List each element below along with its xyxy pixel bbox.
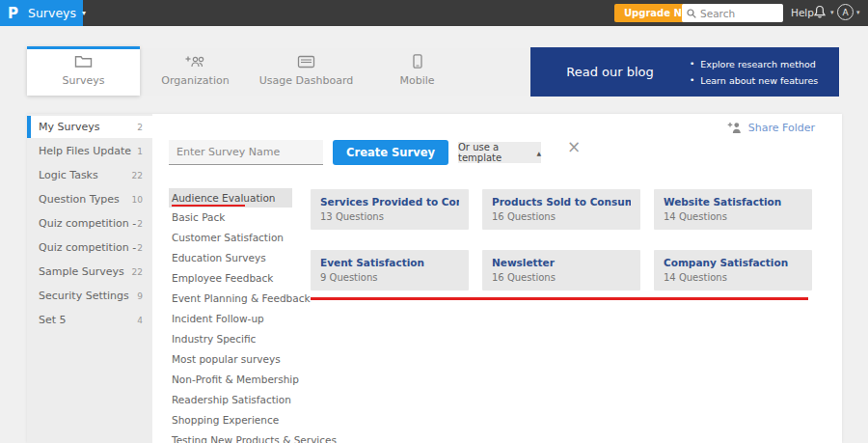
bullet-icon: • [690,72,694,89]
sidebar-item-security-settings[interactable]: Security Settings 9 [27,285,152,307]
search-icon [687,9,696,18]
template-category[interactable]: Basic Pack [169,208,292,228]
template-category[interactable]: Employee Feedback [169,268,292,289]
survey-name-input[interactable] [169,140,323,165]
template-dropdown[interactable]: Or use a template ▲ [458,142,541,163]
bullet-icon: • [690,56,694,72]
template-category[interactable]: Readership Satisfaction [169,390,292,410]
template-card-grid: Services Provided to Consumers 13 Questi… [311,189,813,291]
notifications-bell-icon[interactable] [813,5,827,23]
search-box[interactable] [682,4,783,22]
sidebar-item-quiz-competition-1[interactable]: Quiz competition - … 2 [27,212,152,235]
template-category-selected[interactable]: Audience Evaluation [169,188,292,208]
template-dropdown-label: Or use a template [458,142,529,163]
template-category[interactable]: Non-Profit & Membership [169,370,292,390]
tab-surveys[interactable]: Surveys [27,46,140,96]
template-card[interactable]: Website Satisfaction 14 Questions [654,189,812,230]
sidebar-item-quiz-competition-2[interactable]: Quiz competition - … 2 [27,236,152,259]
account-chevron-icon[interactable]: ▾ [856,9,860,16]
banner-bullet-list: • Explore research method • Learn about … [690,56,818,89]
help-link[interactable]: Help [791,7,814,18]
annotation-line [311,297,808,300]
product-switcher[interactable]: P Surveys ▾ [0,0,83,26]
sidebar-item-logic-tasks[interactable]: Logic Tasks 22 [27,164,152,186]
folder-count-badge: 22 [132,171,143,180]
folder-count-badge: 2 [137,243,143,253]
folders-sidebar: My Surveys 2 Help Files Update 1 Logic T… [27,114,152,443]
tab-mobile[interactable]: Mobile [362,48,473,96]
dashboard-icon [297,55,315,69]
close-icon[interactable]: × [567,139,581,155]
brand-logo[interactable]: P [8,5,18,22]
template-card[interactable]: Products Sold to Consumers 16 Questions [482,189,640,230]
template-category[interactable]: Most popular surveys [169,349,292,370]
banner-bullet: • Explore research method [690,56,818,72]
add-people-icon [185,55,206,69]
tab-label: Usage Dashboard [259,74,353,87]
add-person-icon [727,122,742,134]
folder-count-badge: 1 [137,147,143,156]
template-category[interactable]: Incident Follow-up [169,309,292,329]
template-category[interactable]: Shopping Experience [169,410,292,430]
tab-label: Mobile [399,74,434,87]
tab-label: Organization [161,74,229,87]
folder-count-badge: 2 [137,219,143,229]
content-panel: My Surveys 2 Help Files Update 1 Logic T… [27,114,842,443]
template-card[interactable]: Event Satisfaction 9 Questions [311,250,469,291]
product-switcher-label[interactable]: Surveys [28,6,76,20]
banner-title: Read our blog [530,65,690,79]
chevron-up-icon: ▲ [536,150,541,156]
notifications-chevron-icon[interactable]: ▾ [830,9,834,16]
template-card[interactable]: Newsletter 16 Questions [482,250,640,291]
tab-organization[interactable]: Organization [140,48,251,96]
blog-banner[interactable]: Read our blog • Explore research method … [530,47,839,97]
template-card[interactable]: Company Satisfaction 14 Questions [654,250,812,291]
folder-count-badge: 2 [137,123,143,132]
template-card[interactable]: Services Provided to Consumers 13 Questi… [311,189,469,230]
sidebar-item-set-5[interactable]: Set 5 4 [27,309,152,331]
tab-usage-dashboard[interactable]: Usage Dashboard [251,48,362,96]
template-category[interactable]: Customer Satisfaction [169,228,292,248]
sidebar-item-my-surveys[interactable]: My Surveys 2 [27,116,152,138]
top-bar: P Surveys ▾ Upgrade Now Help ▾ A ▾ [0,0,868,26]
avatar[interactable]: A [837,4,854,20]
folder-count-badge: 10 [132,195,143,205]
share-folder-button[interactable]: Share Folder [727,122,815,134]
mobile-icon [413,54,422,69]
template-category[interactable]: Education Surveys [169,248,292,268]
create-survey-button[interactable]: Create Survey [333,140,448,165]
main-area: Share Folder Create Survey Or use a temp… [152,114,842,443]
share-folder-label: Share Folder [748,122,815,134]
app-window: P Surveys ▾ Upgrade Now Help ▾ A ▾ Su [0,0,868,443]
chevron-down-icon[interactable]: ▾ [82,9,86,17]
sidebar-item-question-types[interactable]: Question Types 10 [27,188,152,210]
sidebar-item-help-files-update[interactable]: Help Files Update 1 [27,140,152,162]
folder-icon [74,55,93,69]
template-category-list: Audience Evaluation Basic Pack Customer … [169,188,292,443]
folder-count-badge: 4 [137,316,143,325]
sidebar-item-sample-surveys[interactable]: Sample Surveys 22 [27,261,152,283]
template-category[interactable]: Testing New Products & Services [169,430,292,443]
folder-count-badge: 22 [132,267,143,277]
template-category[interactable]: Industry Specific [169,329,292,349]
folder-count-badge: 9 [137,291,143,301]
search-input[interactable] [700,8,777,19]
banner-bullet: • Learn about new features [690,72,818,89]
tab-label: Surveys [63,74,105,87]
template-category[interactable]: Event Planning & Feedback [169,289,292,309]
annotation-underline [172,205,245,207]
